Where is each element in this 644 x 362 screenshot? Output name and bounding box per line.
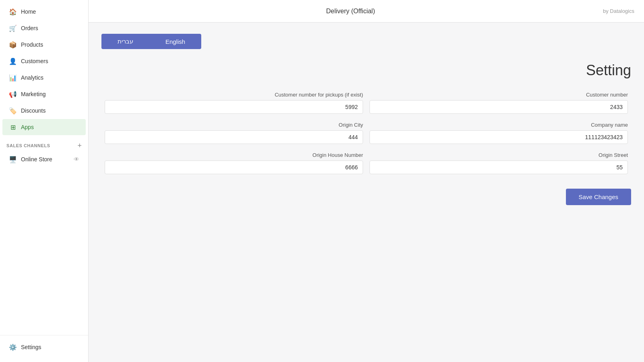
- sidebar-label-online-store: Online Store: [21, 156, 52, 162]
- eye-icon: 👁: [74, 156, 79, 162]
- sidebar-label-marketing: Marketing: [21, 91, 45, 97]
- main-content: Delivery (Official) by Datalogics עברית …: [89, 0, 644, 362]
- customers-icon: 👤: [9, 57, 17, 65]
- input-company-name[interactable]: [369, 130, 628, 144]
- input-origin-city[interactable]: [105, 130, 363, 144]
- label-customer-number: Customer number: [369, 92, 628, 98]
- sidebar-nav: 🏠 Home 🛒 Orders 📦 Products 👤 Customers 📊…: [0, 0, 88, 335]
- home-icon: 🏠: [9, 8, 17, 16]
- sidebar-item-analytics[interactable]: 📊 Analytics: [2, 70, 86, 86]
- sidebar-item-online-store[interactable]: 🖥️ Online Store 👁: [2, 152, 86, 167]
- sidebar-item-settings[interactable]: ⚙️ Settings: [2, 339, 86, 355]
- sidebar-item-products[interactable]: 📦 Products: [2, 37, 86, 53]
- sidebar-item-apps[interactable]: ⊞ Apps: [2, 119, 86, 135]
- sidebar-label-discounts: Discounts: [21, 107, 45, 114]
- main-body: עברית English Setting Customer number fo…: [89, 23, 644, 362]
- input-origin-street[interactable]: [369, 160, 628, 174]
- form-grid: Customer number for pickups (if exist) C…: [101, 92, 631, 182]
- field-company-name: Company name: [366, 122, 631, 144]
- sales-channels-label: SALES CHANNELS: [6, 143, 50, 148]
- sidebar-bottom: ⚙️ Settings: [0, 335, 88, 362]
- label-origin-city: Origin City: [105, 122, 363, 128]
- field-origin-house-number: Origin House Number: [101, 152, 366, 174]
- sidebar: 🏠 Home 🛒 Orders 📦 Products 👤 Customers 📊…: [0, 0, 89, 362]
- field-origin-street: Origin Street: [366, 152, 631, 174]
- english-lang-button[interactable]: English: [149, 34, 201, 49]
- input-origin-house-number[interactable]: [105, 160, 363, 174]
- products-icon: 📦: [9, 41, 17, 49]
- sidebar-item-marketing[interactable]: 📢 Marketing: [2, 86, 86, 102]
- label-pickup-customer-number: Customer number for pickups (if exist): [105, 92, 363, 98]
- header-subtitle: by Datalogics: [603, 8, 634, 14]
- sidebar-label-settings: Settings: [21, 344, 41, 350]
- field-origin-city: Origin City: [101, 122, 366, 144]
- sidebar-label-orders: Orders: [21, 25, 38, 31]
- input-customer-number[interactable]: [369, 100, 628, 114]
- sidebar-label-customers: Customers: [21, 58, 48, 64]
- label-company-name: Company name: [369, 122, 628, 128]
- page-title: Delivery (Official): [326, 8, 375, 15]
- sidebar-item-customers[interactable]: 👤 Customers: [2, 53, 86, 69]
- sidebar-item-orders[interactable]: 🛒 Orders: [2, 20, 86, 36]
- sidebar-label-home: Home: [21, 8, 36, 15]
- settings-icon: ⚙️: [9, 343, 17, 351]
- online-store-icon: 🖥️: [9, 155, 17, 163]
- sidebar-label-products: Products: [21, 41, 43, 48]
- hebrew-lang-button[interactable]: עברית: [101, 34, 149, 49]
- sidebar-label-apps: Apps: [21, 124, 34, 130]
- label-origin-house-number: Origin House Number: [105, 152, 363, 158]
- language-toggle: עברית English: [101, 34, 631, 49]
- analytics-icon: 📊: [9, 74, 17, 82]
- orders-icon: 🛒: [9, 24, 17, 32]
- input-pickup-customer-number[interactable]: [105, 100, 363, 114]
- save-changes-button[interactable]: Save Changes: [566, 189, 631, 205]
- label-origin-street: Origin Street: [369, 152, 628, 158]
- sidebar-item-home[interactable]: 🏠 Home: [2, 4, 86, 20]
- add-sales-channel-button[interactable]: +: [77, 142, 82, 149]
- field-pickup-customer-number: Customer number for pickups (if exist): [101, 92, 366, 114]
- apps-icon: ⊞: [9, 123, 17, 131]
- field-customer-number: Customer number: [366, 92, 631, 114]
- save-button-row: Save Changes: [101, 189, 631, 205]
- main-header: Delivery (Official) by Datalogics: [89, 0, 644, 23]
- marketing-icon: 📢: [9, 90, 17, 98]
- sales-channels-section: SALES CHANNELS +: [0, 136, 88, 152]
- setting-title: Setting: [101, 62, 631, 79]
- sidebar-label-analytics: Analytics: [21, 74, 43, 81]
- discounts-icon: 🏷️: [9, 107, 17, 115]
- sidebar-item-discounts[interactable]: 🏷️ Discounts: [2, 103, 86, 119]
